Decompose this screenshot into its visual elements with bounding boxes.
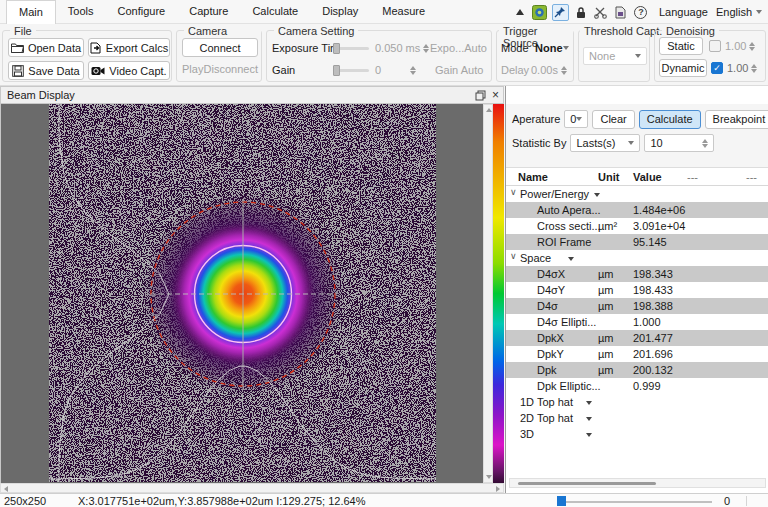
static-denoise-button[interactable]: Static <box>659 37 703 55</box>
table-group-row[interactable]: ∨ Space <box>506 250 768 266</box>
threshold-select[interactable]: None <box>583 47 647 65</box>
exposure-spinner[interactable] <box>423 44 429 53</box>
exposure-slider[interactable] <box>333 47 369 50</box>
beam-calc-horizontal-scrollbar[interactable] <box>509 478 766 488</box>
float-window-icon[interactable] <box>475 90 486 101</box>
group-menu-icon[interactable] <box>586 433 592 437</box>
beam-calc-controls: Aperature 0 Clear Calculate Breakpoint S… <box>506 104 768 168</box>
scrollbar-thumb[interactable] <box>518 482 656 485</box>
trigger-source-group: Trigger Source Mode None Delay 0.00s <box>496 30 574 82</box>
dropdown-chevron-icon <box>628 141 634 145</box>
connect-button[interactable]: Connect <box>182 38 258 57</box>
clear-button[interactable]: Clear <box>592 110 634 129</box>
beam-image[interactable] <box>49 104 436 482</box>
tab-main[interactable]: Main <box>6 0 56 24</box>
table-group-row[interactable]: ∨ Power/Energy <box>506 186 768 202</box>
play-button[interactable]: Play <box>182 63 203 75</box>
lock-icon[interactable] <box>573 4 589 20</box>
pin-icon[interactable] <box>552 4 569 21</box>
collapse-ribbon-icon[interactable] <box>512 4 528 20</box>
exposure-auto-button[interactable]: Expo...Auto <box>430 42 487 54</box>
dynamic-denoise-checkbox[interactable]: ✓ <box>711 62 723 74</box>
gain-slider[interactable] <box>333 69 369 72</box>
table-row[interactable]: Cross secti... µm² 3.091e+04 <box>506 218 768 234</box>
calculate-button[interactable]: Calculate <box>639 110 701 129</box>
cursor-readout: X:3.017751e+02um,Y:3.857988e+02um I:129.… <box>78 495 365 507</box>
threshold-capture-group: Threshold Capt. None <box>578 30 650 82</box>
mode-label: Mode <box>501 42 529 54</box>
export-calcs-button[interactable]: Export Calcs <box>88 38 170 57</box>
table-row[interactable]: DpkY µm 201.696 <box>506 346 768 362</box>
group-menu-icon[interactable] <box>568 257 574 261</box>
gain-auto-button[interactable]: Gain Auto <box>435 64 483 76</box>
beam-display-vertical-scrollbar[interactable] <box>483 104 493 483</box>
tab-configure[interactable]: Configure <box>106 0 178 24</box>
statistic-by-select[interactable]: Lasts(s) <box>570 134 640 152</box>
intensity-colorbar <box>493 104 504 483</box>
gain-value[interactable]: 0 <box>375 64 381 76</box>
delay-spinner[interactable] <box>561 66 567 75</box>
table-row[interactable]: D4σ µm 198.388 <box>506 298 768 314</box>
trigger-mode-select[interactable]: None <box>529 39 573 56</box>
statistic-by-label: Statistic By <box>512 137 566 149</box>
app-logo-icon[interactable] <box>532 4 548 20</box>
aperture-select[interactable]: 0 <box>564 110 588 128</box>
frame-slider-handle[interactable] <box>557 496 566 506</box>
disconnect-button[interactable]: Disconnect <box>204 63 258 75</box>
scroll-left-icon[interactable] <box>4 486 8 492</box>
group-menu-icon[interactable] <box>586 401 592 405</box>
tab-display[interactable]: Display <box>310 0 370 24</box>
table-row[interactable]: Dpk Elliptic... 0.999 <box>506 378 768 394</box>
table-row[interactable]: ROI Frame 95.145 <box>506 234 768 250</box>
table-group-row[interactable]: 2D Top hat <box>506 410 768 426</box>
static-denoise-value[interactable]: 1.00 <box>725 40 746 52</box>
tab-calculate[interactable]: Calculate <box>240 0 310 24</box>
table-row[interactable]: DpkX µm 201.477 <box>506 330 768 346</box>
expand-chevron-icon[interactable]: ∨ <box>510 251 517 261</box>
dynamic-denoise-button[interactable]: Dynamic <box>659 59 707 77</box>
exposure-value[interactable]: 0.050 ms <box>375 42 420 54</box>
table-row[interactable]: D4σ Ellipti... 1.000 <box>506 314 768 330</box>
frame-slider-track[interactable] <box>557 501 712 503</box>
gain-spinner[interactable] <box>410 66 416 75</box>
status-bar: 250x250 X:3.017751e+02um,Y:3.857988e+02u… <box>0 493 768 507</box>
table-group-row[interactable]: 3D <box>506 426 768 442</box>
dynamic-denoise-value[interactable]: 1.00 <box>727 62 748 74</box>
statistic-count-spinbox[interactable]: 10 <box>644 134 714 152</box>
video-capture-button[interactable]: Video Capt. <box>88 61 170 80</box>
beam-display-horizontal-scrollbar[interactable] <box>0 483 504 493</box>
tab-tools[interactable]: Tools <box>56 0 106 24</box>
table-row[interactable]: Dpk µm 200.132 <box>506 362 768 378</box>
help-icon[interactable]: ? <box>633 4 649 20</box>
open-data-button[interactable]: Open Data <box>8 38 84 57</box>
image-file-icon[interactable] <box>613 4 629 20</box>
table-row[interactable]: D4σX µm 198.343 <box>506 266 768 282</box>
beam-calc-panel: Aperature 0 Clear Calculate Breakpoint S… <box>505 86 768 493</box>
statistic-count-spinner[interactable] <box>702 139 708 148</box>
scroll-up-icon[interactable] <box>486 108 492 112</box>
group-menu-icon[interactable] <box>594 193 600 197</box>
static-denoise-checkbox[interactable] <box>709 40 721 52</box>
breakpoint-button[interactable]: Breakpoint <box>705 110 768 129</box>
close-icon[interactable]: × <box>492 89 499 101</box>
results-table-header[interactable]: Name Unit Value --- --- <box>506 168 768 186</box>
statusbar-divider <box>746 496 747 506</box>
static-denoise-spinner[interactable] <box>749 42 755 51</box>
delay-value[interactable]: 0.00s <box>531 64 558 76</box>
scroll-right-icon[interactable] <box>496 486 500 492</box>
table-row[interactable]: D4σY µm 198.433 <box>506 282 768 298</box>
table-row[interactable]: Auto Apera... 1.484e+06 <box>506 202 768 218</box>
dynamic-denoise-spinner[interactable] <box>751 64 757 73</box>
file-group-label: File <box>10 25 36 37</box>
scroll-down-icon[interactable] <box>486 475 492 479</box>
save-data-button[interactable]: Save Data <box>8 61 84 80</box>
tab-capture[interactable]: Capture <box>177 0 240 24</box>
resolution-readout: 250x250 <box>4 495 46 507</box>
table-group-row[interactable]: 1D Top hat <box>506 394 768 410</box>
scissors-icon[interactable] <box>593 4 609 20</box>
group-menu-icon[interactable] <box>586 417 592 421</box>
tab-measure[interactable]: Measure <box>370 0 437 24</box>
expand-chevron-icon[interactable]: ∨ <box>510 187 517 197</box>
language-select[interactable]: English <box>712 4 766 20</box>
beam-display-titlebar[interactable]: Beam Display × <box>0 86 504 104</box>
